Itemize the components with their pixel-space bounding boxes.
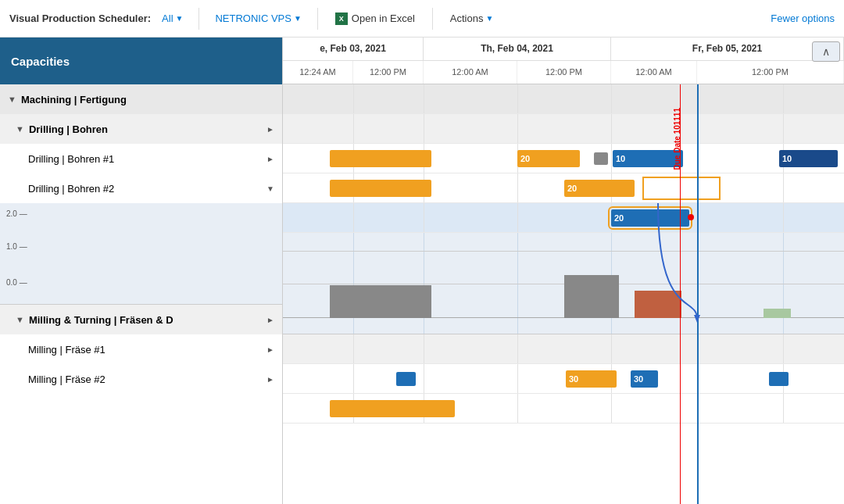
gantt-row-drilling bbox=[283, 114, 844, 144]
time-6: 12:00 PM bbox=[697, 61, 844, 84]
bar-milling2-1[interactable] bbox=[330, 400, 455, 417]
left-panel: Capacities ▼ Machining | Fertigung ▼ Dri… bbox=[0, 38, 283, 504]
cap-xline-2 bbox=[283, 251, 844, 252]
gantt-row-milling1: 30 30 bbox=[283, 364, 844, 394]
bar-drilling1-5[interactable]: 10 bbox=[779, 150, 838, 167]
expand-icon-drilling2: ▼ bbox=[266, 184, 274, 193]
tree-item-milling1[interactable]: Milling | Fräse #1 ► bbox=[0, 334, 282, 364]
gantt-row-machining bbox=[283, 84, 844, 114]
time-3: 12:00 AM bbox=[424, 61, 517, 84]
y-label-0: 0.0 — bbox=[6, 278, 27, 287]
collapse-icon-drilling: ▼ bbox=[16, 124, 24, 134]
capacities-header: Capacities bbox=[0, 38, 282, 84]
gantt-row-drilling2-selected: 20 bbox=[283, 203, 844, 233]
bar-drilling1-3[interactable] bbox=[594, 152, 608, 165]
red-dot-indicator bbox=[688, 214, 694, 220]
cap-bar-gray1 bbox=[330, 285, 431, 318]
arrow-right-drilling: ► bbox=[266, 125, 274, 134]
bar-drilling2-2[interactable]: 20 bbox=[564, 180, 635, 197]
due-date-label: Due Date 101111 bbox=[673, 108, 681, 170]
separator-1 bbox=[198, 8, 199, 30]
tree-label-milling2: Milling | Fräse #2 bbox=[28, 374, 106, 385]
right-panel: ∧ e, Feb 03, 2021 Th, Feb 04, 2021 Fr, F… bbox=[283, 38, 844, 504]
collapse-icon-milling: ▼ bbox=[16, 315, 24, 324]
filter-label: All bbox=[162, 13, 173, 24]
tree-label-drilling2: Drilling | Bohren #2 bbox=[28, 183, 114, 195]
cap-bar-gray2 bbox=[564, 275, 619, 318]
time-4: 12:00 PM bbox=[517, 61, 611, 84]
bar-milling1-2[interactable]: 30 bbox=[566, 370, 617, 388]
separator-3 bbox=[432, 8, 433, 30]
y-label-2: 2.0 — bbox=[6, 209, 27, 218]
cap-bar-green bbox=[764, 309, 791, 318]
tree-item-drilling2[interactable]: Drilling | Bohren #2 ▼ bbox=[0, 173, 282, 203]
gantt-row-milling2 bbox=[283, 394, 844, 424]
date-cell-3: Fr, Feb 05, 2021 bbox=[611, 38, 844, 60]
date-cell-2: Th, Feb 04, 2021 bbox=[424, 38, 611, 60]
tree-item-machining[interactable]: ▼ Machining | Fertigung bbox=[0, 84, 282, 114]
time-2: 12:00 PM bbox=[353, 61, 424, 84]
vps-chevron-icon: ▼ bbox=[294, 14, 302, 23]
tree-label-machining: Machining | Fertigung bbox=[21, 94, 127, 105]
vps-dropdown[interactable]: NETRONIC VPS ▼ bbox=[209, 9, 307, 27]
tree-label-drilling1: Drilling | Bohren #1 bbox=[28, 153, 114, 165]
tree-item-drilling1[interactable]: Drilling | Bohren #1 ► bbox=[0, 144, 282, 173]
bar-milling1-1[interactable] bbox=[396, 372, 416, 386]
tree-label-drilling: Drilling | Bohren bbox=[29, 123, 108, 135]
filter-dropdown[interactable]: All ▼ bbox=[156, 9, 189, 27]
vps-label: NETRONIC VPS bbox=[215, 13, 291, 24]
gantt-body: 20 10 10 bbox=[283, 84, 844, 504]
toolbar: Visual Production Scheduler: All ▼ NETRO… bbox=[0, 0, 844, 38]
collapse-icon-machining: ▼ bbox=[8, 95, 16, 104]
time-row: 12:24 AM 12:00 PM 12:00 AM 12:00 PM 12:0… bbox=[283, 61, 844, 84]
excel-label: Open in Excel bbox=[352, 13, 415, 24]
capacity-chart-row bbox=[283, 233, 844, 334]
bar-drilling2-selected[interactable]: 20 bbox=[611, 209, 689, 227]
tree-label-milling1: Milling | Fräse #1 bbox=[28, 344, 106, 356]
arrow-right-milling: ► bbox=[266, 316, 274, 324]
gantt-row-drilling1: 20 10 10 bbox=[283, 144, 844, 173]
y-label-1: 1.0 — bbox=[6, 242, 27, 251]
tree-item-milling2[interactable]: Milling | Fräse #2 ► bbox=[0, 364, 282, 394]
today-line bbox=[697, 84, 699, 504]
cap-bar-red bbox=[635, 291, 681, 318]
date-header: e, Feb 03, 2021 Th, Feb 04, 2021 Fr, Feb… bbox=[283, 38, 844, 84]
selection-border-drilling2 bbox=[642, 177, 721, 200]
excel-button[interactable]: X Open in Excel bbox=[327, 9, 423, 28]
main-area: Capacities ▼ Machining | Fertigung ▼ Dri… bbox=[0, 38, 844, 504]
bar-milling1-3[interactable]: 30 bbox=[631, 370, 658, 388]
time-1: 12:24 AM bbox=[283, 61, 353, 84]
arrow-right-milling2: ► bbox=[266, 375, 274, 384]
actions-label: Actions bbox=[450, 13, 484, 24]
cap-xline-1 bbox=[283, 284, 844, 284]
bar-drilling1-1[interactable] bbox=[330, 150, 431, 167]
arrow-right-drilling1: ► bbox=[266, 155, 274, 163]
bar-drilling1-2[interactable]: 20 bbox=[517, 150, 580, 167]
app-title: Visual Production Scheduler: bbox=[9, 13, 151, 24]
time-5: 12:00 AM bbox=[611, 61, 697, 84]
fewer-options-link[interactable]: Fewer options bbox=[771, 13, 835, 24]
tree-item-drilling[interactable]: ▼ Drilling | Bohren ► bbox=[0, 114, 282, 144]
capacity-chart-left: 2.0 — 1.0 — 0.0 — bbox=[0, 203, 282, 305]
arrow-right-milling1: ► bbox=[266, 345, 274, 354]
actions-button[interactable]: Actions ▼ bbox=[442, 9, 502, 27]
excel-icon: X bbox=[335, 13, 348, 25]
separator-2 bbox=[317, 8, 318, 30]
scroll-up-button[interactable]: ∧ bbox=[812, 41, 840, 62]
bar-drilling2-1[interactable] bbox=[330, 180, 431, 197]
filter-chevron-icon: ▼ bbox=[176, 14, 184, 23]
date-row: e, Feb 03, 2021 Th, Feb 04, 2021 Fr, Feb… bbox=[283, 38, 844, 61]
bar-milling1-4[interactable] bbox=[769, 372, 789, 386]
tree-label-milling-group: Milling & Turning | Fräsen & D bbox=[29, 314, 173, 326]
gantt-row-drilling2-top: 20 bbox=[283, 173, 844, 203]
gantt-row-milling-group bbox=[283, 334, 844, 364]
date-cell-1: e, Feb 03, 2021 bbox=[283, 38, 424, 60]
tree-item-milling-group[interactable]: ▼ Milling & Turning | Fräsen & D ► bbox=[0, 305, 282, 334]
actions-chevron-icon: ▼ bbox=[485, 14, 493, 23]
